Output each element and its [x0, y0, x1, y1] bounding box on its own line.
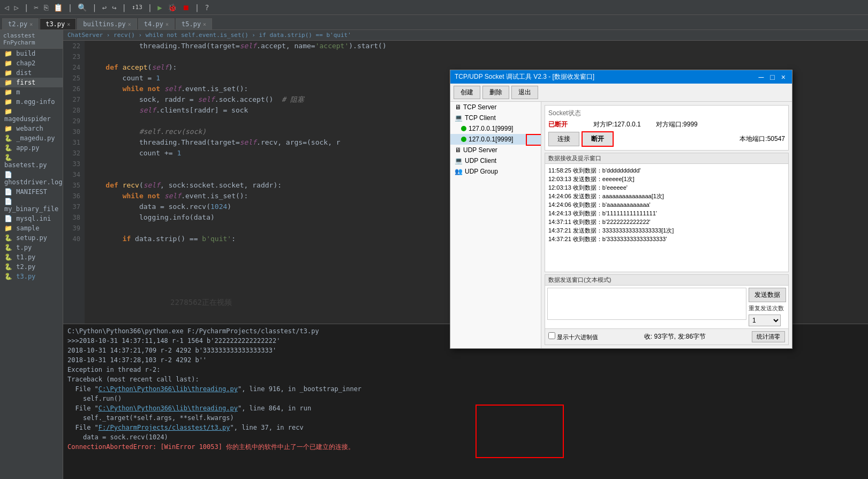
repeat-label: 重复发送次数 [749, 304, 786, 312]
tab-t4py-label: t4.py [144, 20, 163, 28]
tree-item-udp-server[interactable]: 🖥 UDP Server [450, 145, 541, 155]
sidebar-item-mybinary[interactable]: 📄 my_binary_file [0, 197, 63, 214]
tab-t4py-close[interactable]: × [165, 21, 169, 27]
tree-item-tcp-client[interactable]: 💻 TCP Client [450, 113, 541, 123]
tab-t5py-close[interactable]: × [203, 21, 206, 27]
send-input[interactable] [547, 288, 746, 320]
tab-t3py-close[interactable]: × [67, 21, 70, 27]
stop-icon[interactable]: ⏹ [180, 2, 192, 13]
sidebar-item-webarch[interactable]: 📁 webarch [0, 124, 63, 133]
tcp-client-label: TCP Client [465, 114, 496, 122]
delete-btn[interactable]: 删除 [482, 86, 509, 99]
create-btn[interactable]: 创建 [454, 86, 480, 99]
sidebar-item-chap2[interactable]: 📁 chap2 [0, 58, 63, 68]
search-icon[interactable]: 🔍 [76, 2, 89, 13]
sidebar-item-megg[interactable]: 📁 m.egg-info [0, 97, 63, 107]
code-line-23 [89, 51, 868, 62]
tcp-client-icon: 💻 [455, 114, 463, 122]
sidebar-item-magedupy[interactable]: 🐍 _magedu.py [0, 133, 63, 143]
udp-group-icon: 👥 [455, 168, 463, 175]
tcp-dialog: TCP/UDP Socket 调试工具 V2.3 - [数据收发窗口] ─ □ … [450, 70, 792, 349]
tab-t4py[interactable]: t4.py × [138, 18, 175, 29]
data-log[interactable]: 11:58:25 收到数据：b'dddddddddd' 12:03:13 发送数… [545, 164, 788, 244]
hex-check-input[interactable] [548, 332, 555, 339]
dialog-minimize-btn[interactable]: ─ [756, 73, 766, 81]
sidebar-item-mysqlini[interactable]: 📄 mysql.ini [0, 214, 63, 223]
help-icon[interactable]: ? [202, 2, 211, 13]
sidebar-item-mageduspider[interactable]: 📁 mageduspider [0, 107, 63, 124]
breadcrumb: ChatServer › recv() › while not self.eve… [63, 30, 868, 41]
tree-item-127-1[interactable]: 127.0.0.1[9999] [450, 123, 541, 134]
sidebar-item-build[interactable]: 📁 build [0, 49, 63, 58]
hex-check-label[interactable]: 显示十六进制值 [548, 332, 598, 341]
log-line-4: 14:24:06 收到数据：b'aaaaaaaaaaaaa' [548, 200, 785, 209]
debug-icon[interactable]: 🐞 [165, 2, 179, 13]
log-line-6: 14:37:11 收到数据：b'2222222222222' [548, 218, 785, 226]
sidebar-item-ghostdriver[interactable]: 📄 ghostdriver.log [0, 170, 63, 187]
paste-icon[interactable]: 📋 [51, 2, 65, 13]
sidebar-item-apppy[interactable]: 🐍 app.py [0, 143, 63, 153]
redo-icon[interactable]: ↪ [110, 2, 118, 13]
log-line-8: 14:37:21 收到数据：b'333333333333333333' [548, 235, 785, 243]
sidebar-item-t1py[interactable]: 🐍 t1.py [0, 252, 63, 262]
log-line-3: 14:24:06 发送数据：aaaaaaaaaaaaaaa[1次] [548, 192, 785, 200]
dialog-close-btn[interactable]: × [779, 73, 788, 81]
cut-icon[interactable]: ✂ [32, 2, 40, 13]
terminal-link-t3py[interactable]: F:/PycharmProjects/classtest/t3.py [99, 424, 230, 431]
copy-icon[interactable]: ⎘ [42, 2, 50, 13]
udp-client-label: UDP Client [465, 157, 496, 164]
terminal-line-11: data = sock.recv(1024) [67, 432, 864, 442]
tab-t3py[interactable]: t3.py × [40, 18, 76, 29]
hex-check-text: 显示十六进制值 [557, 334, 598, 340]
sidebar-item-m[interactable]: 📁 m [0, 87, 63, 97]
tree-item-udp-client[interactable]: 💻 UDP Client [450, 155, 541, 166]
tab-t5py[interactable]: t5.py × [176, 18, 212, 29]
udp-server-icon: 🖥 [455, 146, 461, 154]
sidebar-item-dist[interactable]: 📁 dist [0, 68, 63, 78]
run-icon[interactable]: ▶ [155, 2, 164, 13]
terminal-link-threading2[interactable]: C:\Python\Python366\lib\threading.py [99, 405, 238, 412]
tree-item-udp-group[interactable]: 👥 UDP Group [450, 166, 541, 177]
back-icon[interactable]: ◁ [2, 2, 11, 13]
disconnect-btn[interactable]: 断开 [582, 131, 614, 147]
sidebar-item-sample[interactable]: 📁 sample [0, 223, 63, 233]
sidebar-item-t3py[interactable]: 🐍 t3.py [0, 272, 63, 281]
sidebar-item-basetestpy[interactable]: 🐍 basetest.py [0, 153, 63, 170]
sidebar-item-setuppy[interactable]: 🐍 setup.py [0, 233, 63, 243]
data-send-section: 数据发送窗口(文本模式) 发送数据 重复发送次数 1 2 5 10 [545, 274, 789, 345]
tree-red-rect [526, 134, 541, 146]
data-receive-title: 数据接收及提示窗口 [545, 153, 788, 164]
tab-t2py-close[interactable]: × [29, 21, 33, 27]
dialog-right: Socket状态 已断开 对方IP:127.0.0.1 对方端口:9999 连接… [541, 102, 792, 348]
terminal-link-threading1[interactable]: C:\Python\Python366\lib\threading.py [99, 385, 238, 393]
stats-clear-btn[interactable]: 统计清零 [752, 331, 785, 342]
tree-item-tcp-server[interactable]: 🖥 TCP Server [450, 102, 541, 113]
log-line-1: 12:03:13 发送数据：eeeeee[1次] [548, 175, 785, 183]
forward-icon[interactable]: ▷ [12, 2, 20, 13]
sidebar-header: classtest FnPycharm [0, 30, 63, 49]
repeat-count-select[interactable]: 1 2 5 10 [749, 315, 781, 326]
connect-btn[interactable]: 连接 [548, 132, 579, 146]
sidebar-item-manifest[interactable]: 📄 MANIFEST [0, 187, 63, 197]
terminal-line-8: File "C:\Python\Python366\lib\threading.… [67, 403, 864, 413]
tab-builtins[interactable]: builtins.py × [77, 18, 137, 29]
undo-icon[interactable]: ↩ [100, 2, 109, 13]
log-line-0: 11:58:25 收到数据：b'dddddddddd' [548, 166, 785, 175]
exit-btn[interactable]: 退出 [511, 86, 538, 99]
dialog-restore-btn[interactable]: □ [768, 73, 776, 81]
remote-port: 对方端口:9999 [656, 120, 698, 129]
tcp-server-icon: 🖥 [455, 103, 461, 111]
tab-bar: t2.py × t3.py × builtins.py × t4.py × t5… [0, 15, 868, 30]
send-data-btn[interactable]: 发送数据 [749, 288, 786, 302]
tree-item-127-2-label: 127.0.0.1[9999] [469, 136, 513, 143]
toolbar-icons: ◁ ▷ | ✂ ⎘ 📋 | 🔍 | ↩ ↪ | ↕13 | ▶ 🐞 ⏹ | ? [2, 2, 212, 13]
udp-server-label: UDP Server [463, 146, 497, 154]
sidebar-item-tpy[interactable]: 🐍 t.py [0, 243, 63, 252]
tab-builtins-label: builtins.py [83, 20, 125, 28]
tree-item-127-2[interactable]: 127.0.0.1[9999] [450, 134, 541, 145]
sidebar-item-t2py[interactable]: 🐍 t2.py [0, 262, 63, 272]
tab-t2py[interactable]: t2.py × [2, 18, 39, 29]
sidebar-item-first[interactable]: 📁 first [0, 78, 63, 87]
terminal-line-10: File "F:/PycharmProjects/classtest/t3.py… [67, 423, 864, 432]
tab-builtins-close[interactable]: × [128, 21, 131, 27]
